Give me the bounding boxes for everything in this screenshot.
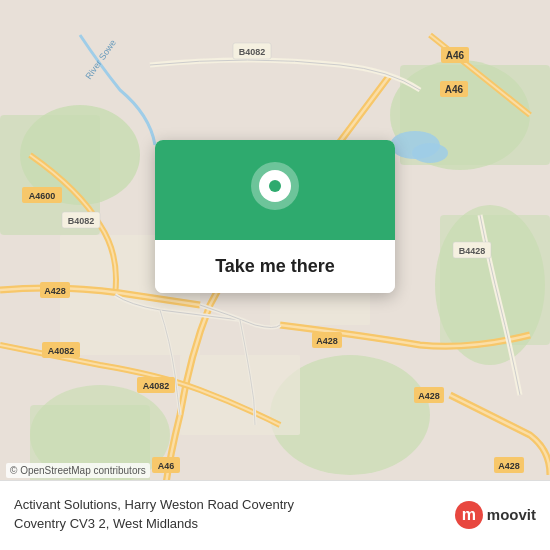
card-header — [155, 140, 395, 240]
location-pin-graphic — [251, 162, 299, 218]
map-container: A46 B4082 A46 A4600 B4082 A428 A428 A428… — [0, 0, 550, 550]
address-display: Activant Solutions, Harry Weston Road Co… — [14, 496, 445, 532]
info-panel: Activant Solutions, Harry Weston Road Co… — [0, 480, 550, 550]
svg-text:A46: A46 — [445, 84, 464, 95]
take-me-there-card: Take me there — [155, 140, 395, 293]
svg-text:A428: A428 — [316, 336, 338, 346]
svg-text:A4082: A4082 — [143, 381, 170, 391]
svg-text:A428: A428 — [498, 461, 520, 471]
svg-text:A428: A428 — [44, 286, 66, 296]
map-attribution: © OpenStreetMap contributors — [6, 463, 150, 478]
svg-point-11 — [412, 143, 448, 163]
svg-text:B4082: B4082 — [239, 47, 266, 57]
svg-text:B4428: B4428 — [459, 246, 486, 256]
moovit-icon: m — [455, 501, 483, 529]
svg-rect-13 — [180, 355, 300, 435]
svg-text:A4082: A4082 — [48, 346, 75, 356]
svg-text:A46: A46 — [158, 461, 175, 471]
take-me-there-button[interactable]: Take me there — [155, 240, 395, 293]
svg-text:A46: A46 — [446, 50, 465, 61]
moovit-logo[interactable]: m moovit — [455, 501, 536, 529]
svg-text:A428: A428 — [418, 391, 440, 401]
svg-text:B4082: B4082 — [68, 216, 95, 226]
svg-text:A4600: A4600 — [29, 191, 56, 201]
